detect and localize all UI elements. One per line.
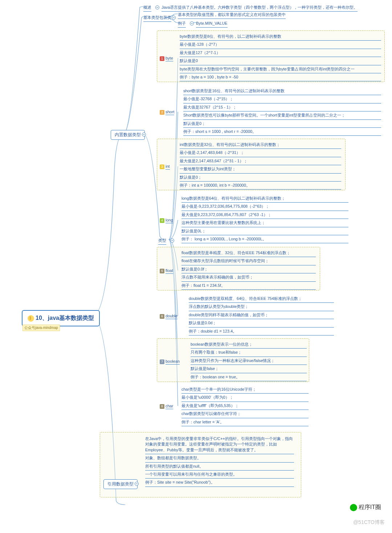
- smile-icon: [28, 315, 34, 322]
- root-title: 10、java基本数据类型: [36, 315, 94, 321]
- type-float[interactable]: 5float: [160, 268, 173, 274]
- collapse-icon[interactable]: [190, 21, 194, 25]
- char-children: char类型是一个单一的16位Unicode字符；最小值是'\u0000'（即为…: [181, 386, 309, 426]
- collapse-icon[interactable]: [170, 239, 174, 243]
- type-int[interactable]: 3int: [160, 163, 170, 170]
- float-children: float数据类型是单精度、32位、符合IEEE 754标准的浮点数；float…: [181, 249, 316, 290]
- root-tag: 公众号java-mindmap: [23, 325, 60, 331]
- type-short[interactable]: 2short: [160, 109, 174, 115]
- int-children: int数据类型是32位、有符号的以二进制补码表示的整数；最小值是-2,147,4…: [180, 141, 341, 190]
- example-text: Byte.MIN_VALUE: [196, 20, 228, 28]
- collapse-icon[interactable]: [155, 5, 159, 9]
- types-label[interactable]: 类型: [158, 237, 166, 245]
- num-icon: 3: [160, 164, 164, 169]
- num-icon: 1: [160, 56, 164, 61]
- long-children: long数据类型是64位、有符号的以二进制补码表示的整数；最小值是-9,223,…: [181, 195, 348, 243]
- wrapper-text: 基本类型的取值范围，都以常量的形式定义在对应的包装类中: [178, 11, 286, 19]
- num-icon: 7: [160, 359, 164, 364]
- short-children: short数据类型是16位、有符号的以二进制补码表示的整数最小值是-32768（…: [183, 87, 381, 136]
- boolean-children: boolean数据类型表示一位的信息；只有两个取值：true和false；这种类…: [191, 341, 307, 381]
- overview-text: Java语言提供了八种基本类型。六种数字类型（四个整数型，两个浮点型），一种字符…: [162, 4, 358, 12]
- watermark-text: @51CTO博客: [353, 519, 385, 526]
- builtin-node[interactable]: 内置数据类型: [111, 130, 145, 140]
- type-byte[interactable]: 1byte: [160, 55, 173, 61]
- reference-children: 在Java中，引用类型的变量非常类似于C/C++的指针。引用类型指向一个对象，指…: [145, 435, 294, 487]
- root-node[interactable]: 10、java基本数据类型: [22, 310, 100, 326]
- num-icon: 2: [160, 110, 164, 115]
- example-label[interactable]: 例子: [178, 20, 186, 28]
- type-char[interactable]: 8char: [160, 403, 173, 409]
- overview-label[interactable]: 概述: [143, 4, 151, 12]
- watermark-logo: 程序IT圈: [350, 504, 381, 511]
- collapse-icon[interactable]: [172, 16, 176, 20]
- wrapper-label[interactable]: 基本类型包装类: [143, 14, 171, 22]
- collapse-icon[interactable]: [135, 482, 139, 486]
- double-children: double数据类型是双精度、64位、符合IEEE 754标准的浮点数；浮点数的…: [189, 295, 334, 335]
- num-icon: 6: [160, 314, 164, 319]
- num-icon: 4: [160, 218, 164, 223]
- type-long[interactable]: 4long: [160, 217, 173, 223]
- num-icon: 8: [160, 404, 164, 409]
- num-icon: 5: [160, 269, 164, 273]
- reference-node[interactable]: 引用数据类型: [103, 479, 138, 489]
- wechat-icon: [350, 504, 357, 511]
- collapse-icon[interactable]: [142, 133, 146, 137]
- type-double[interactable]: 6double: [160, 313, 177, 319]
- type-boolean[interactable]: 7boolean: [160, 358, 180, 365]
- byte-children: byte数据类型是8位、有符号的，以二进制补码表示的整数最小值是-128（-2^…: [180, 33, 381, 81]
